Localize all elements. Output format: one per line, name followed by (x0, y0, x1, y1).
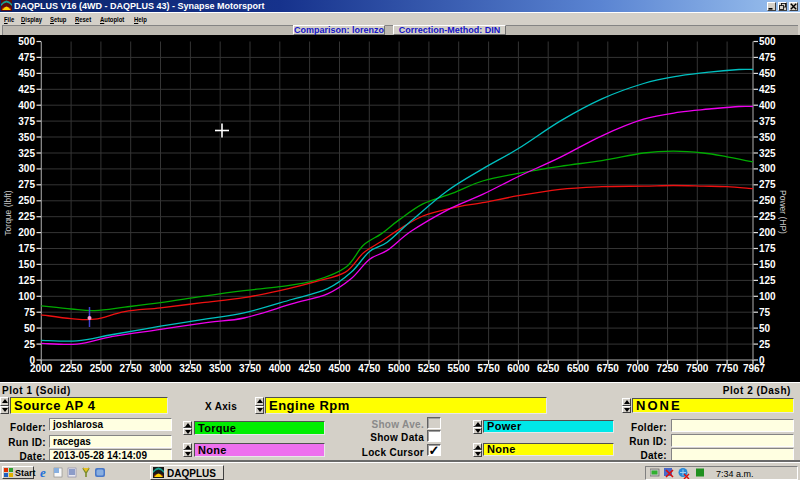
svg-text:2500: 2500 (90, 363, 113, 374)
svg-text:275: 275 (759, 179, 776, 190)
svg-text:2250: 2250 (60, 363, 83, 374)
svg-text:400: 400 (18, 100, 35, 111)
svg-text:150: 150 (18, 259, 35, 270)
svg-text:75: 75 (24, 307, 36, 318)
svg-text:Power (HP): Power (HP) (778, 190, 788, 234)
svg-text:125: 125 (18, 275, 35, 286)
svg-text:7967: 7967 (743, 363, 766, 374)
svg-text:7750: 7750 (716, 363, 739, 374)
svg-text:50: 50 (24, 323, 36, 334)
svg-text:5000: 5000 (388, 363, 411, 374)
svg-text:175: 175 (18, 243, 35, 254)
svg-text:6750: 6750 (597, 363, 620, 374)
svg-text:500: 500 (759, 36, 776, 47)
svg-text:450: 450 (759, 68, 776, 79)
svg-text:425: 425 (759, 84, 776, 95)
svg-text:200: 200 (759, 227, 776, 238)
svg-text:6500: 6500 (567, 363, 590, 374)
svg-text:7000: 7000 (627, 363, 650, 374)
svg-text:350: 350 (18, 132, 35, 143)
svg-text:100: 100 (18, 291, 35, 302)
svg-text:250: 250 (18, 195, 35, 206)
svg-text:175: 175 (759, 243, 776, 254)
svg-text:225: 225 (18, 211, 35, 222)
svg-text:150: 150 (759, 259, 776, 270)
svg-text:6250: 6250 (537, 363, 560, 374)
svg-text:2750: 2750 (120, 363, 143, 374)
svg-text:e: e (40, 467, 46, 478)
svg-text:5500: 5500 (448, 363, 471, 374)
svg-text:2000: 2000 (30, 363, 53, 374)
svg-text:350: 350 (759, 132, 776, 143)
svg-text:500: 500 (18, 36, 35, 47)
svg-text:3000: 3000 (149, 363, 172, 374)
svg-text:325: 325 (18, 148, 35, 159)
svg-text:3750: 3750 (239, 363, 262, 374)
svg-text:3500: 3500 (209, 363, 232, 374)
svg-text:300: 300 (759, 163, 776, 174)
svg-text:275: 275 (18, 179, 35, 190)
svg-text:25: 25 (759, 339, 771, 350)
svg-text:6000: 6000 (507, 363, 530, 374)
svg-text:325: 325 (759, 148, 776, 159)
svg-text:5750: 5750 (477, 363, 500, 374)
svg-text:75: 75 (759, 307, 771, 318)
svg-text:25: 25 (24, 339, 36, 350)
svg-text:475: 475 (759, 52, 776, 63)
svg-text:225: 225 (759, 211, 776, 222)
svg-text:50: 50 (759, 323, 771, 334)
svg-text:Torque (lbft): Torque (lbft) (3, 190, 13, 236)
svg-text:375: 375 (759, 116, 776, 127)
svg-text:375: 375 (18, 116, 35, 127)
svg-text:5250: 5250 (418, 363, 441, 374)
svg-text:250: 250 (759, 195, 776, 206)
svg-text:3250: 3250 (179, 363, 202, 374)
svg-text:125: 125 (759, 275, 776, 286)
svg-text:4000: 4000 (269, 363, 292, 374)
svg-text:7250: 7250 (656, 363, 679, 374)
svg-text:100: 100 (759, 291, 776, 302)
svg-text:450: 450 (18, 68, 35, 79)
svg-text:475: 475 (18, 52, 35, 63)
svg-text:4250: 4250 (298, 363, 321, 374)
svg-text:4500: 4500 (328, 363, 351, 374)
svg-text:7500: 7500 (686, 363, 709, 374)
svg-text:200: 200 (18, 227, 35, 238)
svg-text:4750: 4750 (358, 363, 381, 374)
svg-text:300: 300 (18, 163, 35, 174)
svg-text:400: 400 (759, 100, 776, 111)
svg-text:425: 425 (18, 84, 35, 95)
